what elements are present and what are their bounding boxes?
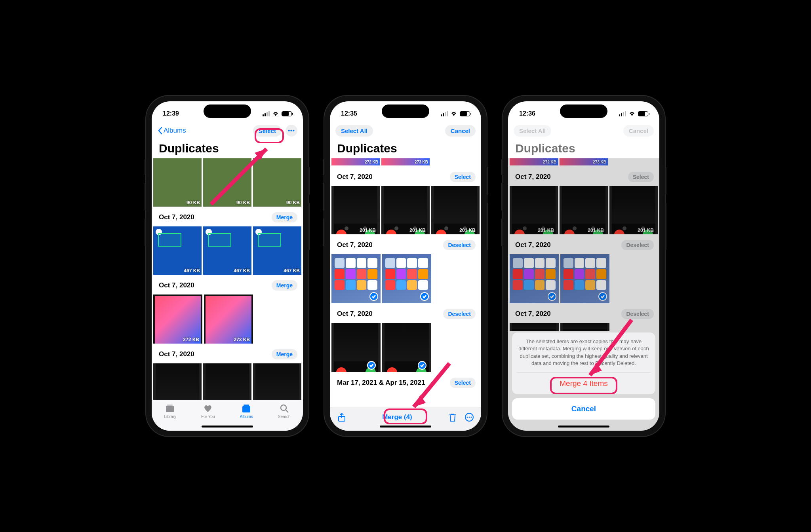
check-icon bbox=[418, 361, 426, 370]
page-title: Duplicates bbox=[330, 140, 481, 160]
merge-button[interactable]: Merge bbox=[272, 280, 297, 291]
nav-bar: Select All Cancel bbox=[330, 121, 481, 140]
wifi-icon bbox=[628, 111, 636, 116]
section-date: Oct 7, 2020 bbox=[159, 350, 194, 358]
select-all-button[interactable]: Select All bbox=[335, 125, 373, 137]
tab-library[interactable]: Library bbox=[164, 403, 176, 419]
phone-3: 12:36 Select All Cancel Duplicates 272 K… bbox=[503, 96, 665, 436]
cellular-icon bbox=[263, 111, 270, 116]
thumb[interactable] bbox=[331, 323, 381, 372]
status-bar: 12:39 bbox=[152, 101, 303, 121]
select-button[interactable]: Select bbox=[450, 378, 476, 388]
svg-point-9 bbox=[466, 416, 468, 418]
battery-icon bbox=[638, 111, 648, 116]
nav-bar: Select All Cancel bbox=[508, 121, 659, 140]
cellular-icon bbox=[441, 111, 448, 116]
svg-point-10 bbox=[468, 416, 470, 418]
status-time: 12:36 bbox=[519, 110, 535, 117]
thumb[interactable]: 201 KB bbox=[203, 363, 251, 400]
cancel-button[interactable]: Cancel bbox=[445, 125, 476, 137]
section-date: Oct 7, 2020 bbox=[337, 310, 373, 318]
back-button[interactable]: Albums bbox=[157, 127, 186, 135]
section-date: Oct 7, 2020 bbox=[159, 213, 194, 221]
battery-icon bbox=[460, 111, 470, 116]
thumb[interactable]: 273 KB bbox=[204, 294, 253, 344]
select-all-button: Select All bbox=[514, 125, 551, 137]
svg-rect-3 bbox=[244, 405, 249, 406]
cellular-icon bbox=[619, 111, 626, 116]
thumb[interactable] bbox=[331, 254, 381, 303]
battery-icon bbox=[282, 111, 292, 116]
thumb[interactable]: 201 KB bbox=[253, 363, 301, 400]
cancel-button: Cancel bbox=[623, 125, 654, 137]
thumb[interactable]: 201 KB bbox=[381, 186, 430, 234]
content: 272 KB273 KB Oct 7, 2020Select 201 KB 20… bbox=[330, 158, 481, 407]
deselect-button[interactable]: Deselect bbox=[443, 240, 476, 250]
thumb[interactable]: 90 KB bbox=[203, 158, 251, 207]
merge-items-button[interactable]: Merge 4 Items bbox=[517, 372, 651, 394]
chevron-left-icon bbox=[157, 127, 163, 135]
select-button[interactable]: Select bbox=[253, 125, 282, 137]
thumb[interactable]: 90 KB bbox=[153, 158, 202, 207]
back-label: Albums bbox=[164, 127, 186, 135]
thumb[interactable]: 201 KB bbox=[331, 186, 380, 234]
merge-button[interactable]: Merge (4) bbox=[382, 413, 412, 421]
sheet-message: The selected items are exact copies that… bbox=[517, 338, 651, 372]
wifi-icon bbox=[272, 111, 279, 116]
page-title: Duplicates bbox=[152, 140, 303, 160]
wifi-icon bbox=[450, 111, 457, 116]
section-date: Oct 7, 2020 bbox=[337, 173, 373, 181]
svg-rect-2 bbox=[242, 406, 250, 412]
check-icon bbox=[420, 292, 429, 301]
status-bar: 12:35 bbox=[330, 101, 481, 121]
nav-bar: Albums Select ••• bbox=[152, 121, 303, 140]
content: 90 KB 90 KB 90 KB Oct 7, 2020Merge 467 K… bbox=[152, 158, 303, 400]
page-title: Duplicates bbox=[508, 140, 659, 160]
share-icon[interactable] bbox=[337, 412, 346, 422]
section-date: Mar 17, 2021 & Apr 15, 2021 bbox=[337, 379, 425, 387]
thumb[interactable]: 90 KB bbox=[253, 158, 301, 207]
action-sheet: The selected items are exact copies that… bbox=[508, 329, 659, 431]
check-icon bbox=[367, 361, 376, 370]
home-indicator[interactable] bbox=[202, 426, 253, 428]
home-indicator[interactable] bbox=[380, 426, 431, 428]
check-icon bbox=[369, 292, 378, 301]
svg-rect-0 bbox=[166, 406, 174, 412]
tab-search[interactable]: Search bbox=[278, 403, 291, 419]
trash-icon[interactable] bbox=[448, 412, 457, 422]
sheet-cancel-button[interactable]: Cancel bbox=[512, 398, 655, 420]
section-date: Oct 7, 2020 bbox=[159, 281, 194, 289]
thumb[interactable]: 467 KB bbox=[153, 226, 202, 275]
tab-albums[interactable]: Albums bbox=[240, 403, 253, 419]
merge-button[interactable]: Merge bbox=[272, 212, 297, 222]
thumb[interactable]: 467 KB bbox=[253, 226, 301, 275]
svg-point-11 bbox=[470, 416, 472, 418]
svg-rect-1 bbox=[167, 405, 173, 406]
home-indicator[interactable] bbox=[558, 426, 609, 428]
phone-2: 12:35 Select All Cancel Duplicates 272 K… bbox=[324, 96, 487, 436]
more-button[interactable]: ••• bbox=[286, 125, 297, 137]
thumb[interactable]: 467 KB bbox=[203, 226, 251, 275]
more-icon[interactable] bbox=[465, 412, 474, 422]
status-time: 12:39 bbox=[163, 110, 179, 117]
svg-point-4 bbox=[281, 405, 286, 410]
tab-foryou[interactable]: For You bbox=[201, 403, 215, 419]
thumb[interactable]: 272 KB bbox=[153, 294, 202, 344]
thumb[interactable]: 201 KB bbox=[153, 363, 202, 400]
thumb[interactable] bbox=[382, 254, 431, 303]
merge-button[interactable]: Merge bbox=[272, 349, 297, 359]
select-button[interactable]: Select bbox=[450, 172, 476, 182]
status-time: 12:35 bbox=[341, 110, 357, 117]
thumb[interactable]: 201 KB bbox=[431, 186, 480, 234]
thumb[interactable] bbox=[382, 323, 431, 372]
phone-1: 12:39 Albums Select ••• Duplicates 90 KB… bbox=[146, 96, 308, 436]
status-bar: 12:36 bbox=[508, 101, 659, 121]
section-date: Oct 7, 2020 bbox=[337, 241, 373, 249]
deselect-button[interactable]: Deselect bbox=[443, 309, 476, 319]
